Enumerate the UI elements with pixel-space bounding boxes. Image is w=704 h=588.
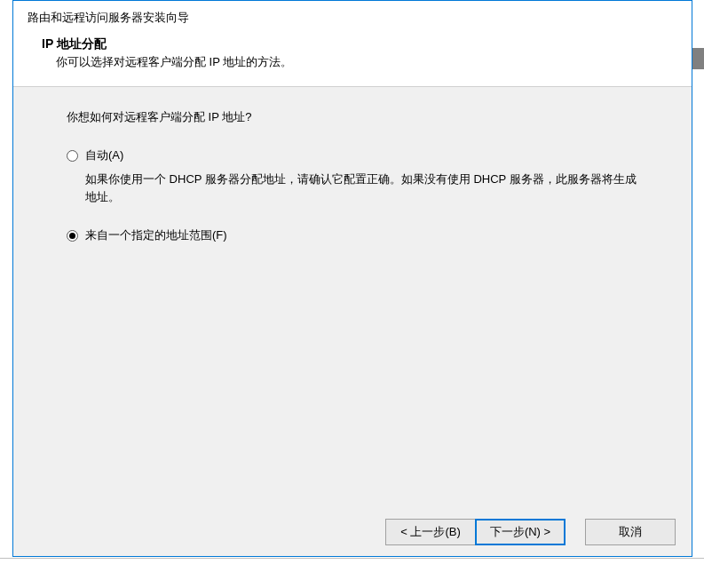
question-text: 你想如何对远程客户端分配 IP 地址?	[67, 108, 638, 127]
back-button[interactable]: < 上一步(B)	[385, 519, 476, 545]
radio-automatic[interactable]	[67, 150, 78, 162]
wizard-subheading: 你可以选择对远程客户端分配 IP 地址的方法。	[28, 54, 677, 70]
wizard-header: 路由和远程访问服务器安装向导 IP 地址分配 你可以选择对远程客户端分配 IP …	[13, 1, 692, 86]
next-button[interactable]: 下一步(N) >	[475, 519, 566, 545]
option-from-range-label: 来自一个指定的地址范围(F)	[85, 226, 227, 245]
background-bottom-border	[0, 558, 704, 559]
wizard-body: 你想如何对远程客户端分配 IP 地址? 自动(A) 如果你使用一个 DHCP 服…	[13, 87, 692, 510]
option-automatic[interactable]: 自动(A)	[67, 147, 638, 165]
cancel-button[interactable]: 取消	[585, 519, 676, 545]
wizard-dialog: 路由和远程访问服务器安装向导 IP 地址分配 你可以选择对远程客户端分配 IP …	[12, 0, 692, 557]
wizard-button-bar: < 上一步(B) 下一步(N) > 取消	[13, 510, 692, 556]
wizard-title: 路由和远程访问服务器安装向导	[28, 10, 677, 26]
option-automatic-description: 如果你使用一个 DHCP 服务器分配地址，请确认它配置正确。如果没有使用 DHC…	[85, 171, 638, 208]
wizard-heading: IP 地址分配	[28, 36, 677, 52]
option-automatic-label: 自动(A)	[85, 147, 123, 165]
background-parent-strip	[692, 48, 704, 69]
option-from-range[interactable]: 来自一个指定的地址范围(F)	[67, 226, 638, 245]
radio-from-range[interactable]	[67, 230, 78, 242]
